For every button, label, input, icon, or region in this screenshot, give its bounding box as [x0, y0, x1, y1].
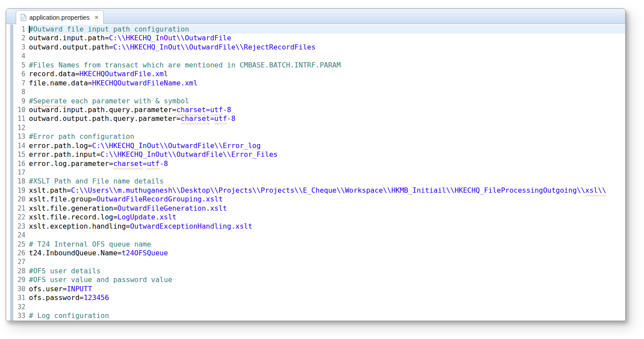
line-content: # T24 Internal OFS queue name	[28, 240, 625, 249]
line-content: outward.input.path=C:\\HKECHQ_InOut\\Out…	[28, 34, 625, 42]
annotation-ruler	[6, 25, 10, 321]
tab-close-icon[interactable]: ✕	[94, 14, 99, 21]
code-line: 32	[13, 303, 625, 311]
line-number: 22	[13, 213, 28, 222]
ruler-bar	[10, 25, 13, 321]
line-number: 33	[13, 311, 28, 320]
code-line: 17	[13, 168, 625, 177]
code-line: 1#Outward file input path configuration	[13, 25, 625, 34]
line-number: 1	[13, 25, 28, 34]
line-number: 12	[13, 124, 28, 132]
line-content: #Outward file input path configuration	[28, 25, 625, 34]
code-line: 13#Error path configuration	[13, 132, 625, 141]
code-line: 9#Seperate each parameter with & symbol	[13, 97, 625, 106]
line-number: 4	[13, 52, 28, 60]
line-number: 16	[13, 159, 28, 168]
line-content	[28, 88, 625, 96]
editor-tab-bar: application.properties ✕	[6, 9, 625, 24]
line-number: 7	[13, 79, 28, 88]
line-number: 27	[13, 258, 28, 266]
code-line: 2outward.input.path=C:\\HKECHQ_InOut\\Ou…	[13, 34, 625, 42]
code-line: 18#XSLT Path and File name details	[13, 177, 625, 186]
line-number: 32	[13, 303, 28, 311]
code-line: 10outward.input.path.query.parameter=cha…	[13, 106, 625, 114]
line-number: 24	[13, 231, 28, 240]
line-number: 13	[13, 132, 28, 141]
line-number: 8	[13, 88, 28, 96]
code-line: 25# T24 Internal OFS queue name	[13, 240, 625, 249]
code-line: 4	[13, 52, 625, 60]
code-line: 8	[13, 88, 625, 96]
line-content: t24.InboundQueue.Name=t24OFSQueue	[28, 249, 625, 258]
line-content	[28, 124, 625, 132]
line-number: 10	[13, 106, 28, 114]
code-line: 26t24.InboundQueue.Name=t24OFSQueue	[13, 249, 625, 258]
line-number: 2	[13, 34, 28, 42]
line-content: outward.output.path.query.parameter=char…	[28, 114, 625, 123]
line-content	[28, 258, 625, 266]
line-number: 5	[13, 61, 28, 70]
line-content: error.log.parameter=charset=utf-8	[28, 159, 625, 168]
code-line: 23xslt.exception.handling=OutwardExcepti…	[13, 222, 625, 231]
line-number: 11	[13, 114, 28, 123]
code-line: 3outward.output.path=C:\\HKECHQ_InOut\\O…	[13, 43, 625, 52]
line-number: 15	[13, 150, 28, 159]
code-line: 15error.path.input=C:\\HKECHQ_InOut\\Out…	[13, 150, 625, 159]
line-content: error.path.log=C:\\HKECHQ_InOut\\Outward…	[28, 141, 625, 150]
line-number: 14	[13, 141, 28, 150]
line-content: #OFS user value and password value	[28, 275, 625, 284]
line-content: # Log configuration	[28, 311, 625, 320]
code-line: 19xslt.path=C:\\Users\\m.muthuganesh\\De…	[13, 186, 625, 195]
tab-application-properties[interactable]: application.properties ✕	[16, 10, 104, 24]
code-line: 21xslt.file.generation=OutwardFileGenera…	[13, 204, 625, 213]
code-lines: 1#Outward file input path configuration2…	[13, 25, 625, 321]
line-content: #OFS user details	[28, 267, 625, 275]
line-content: #Error path configuration	[28, 132, 625, 141]
code-line: 14error.path.log=C:\\HKECHQ_InOut\\Outwa…	[13, 141, 625, 150]
line-content: #XSLT Path and File name details	[28, 177, 625, 186]
line-content: record.data=HKECHQOutwardFile.xml	[28, 70, 625, 78]
code-line: 16error.log.parameter=charset=utf-8	[13, 159, 625, 168]
line-content	[28, 303, 625, 311]
line-number: 19	[13, 186, 28, 195]
line-content: #Files Names from transact which are men…	[28, 61, 625, 70]
line-number: 23	[13, 222, 28, 231]
line-number: 29	[13, 275, 28, 284]
line-content: xslt.file.group=OutwardFileRecordGroupin…	[28, 195, 625, 204]
line-content: error.path.input=C:\\HKECHQ_InOut\\Outwa…	[28, 150, 625, 159]
line-number: 9	[13, 97, 28, 106]
code-line: 28#OFS user details	[13, 267, 625, 275]
code-line: 20xslt.file.group=OutwardFileRecordGroup…	[13, 195, 625, 204]
code-line: 27	[13, 258, 625, 266]
line-number: 6	[13, 70, 28, 78]
line-number: 28	[13, 267, 28, 275]
code-line: 33# Log configuration	[13, 311, 625, 320]
line-content: file.name.data=HKECHQOutwardFileName.xml	[28, 79, 625, 88]
line-number: 17	[13, 168, 28, 177]
code-line: 7file.name.data=HKECHQOutwardFileName.xm…	[13, 79, 625, 88]
code-line: 24	[13, 231, 625, 240]
line-content: #Seperate each parameter with & symbol	[28, 97, 625, 106]
line-content: xslt.path=C:\\Users\\m.muthuganesh\\Desk…	[28, 186, 625, 195]
line-content	[28, 168, 625, 177]
line-number: 18	[13, 177, 28, 186]
line-content: outward.output.path=C:\\HKECHQ_InOut\\Ou…	[28, 43, 625, 52]
line-content: ofs.user=INPUTT	[28, 285, 625, 293]
line-content: ofs.password=123456	[28, 293, 625, 302]
line-number: 30	[13, 285, 28, 293]
code-editor[interactable]: 1#Outward file input path configuration2…	[6, 25, 625, 321]
code-line: 22xslt.file.record.log=LogUpdate.xslt	[13, 213, 625, 222]
line-content: outward.input.path.query.parameter=chars…	[28, 106, 625, 114]
code-line: 29#OFS user value and password value	[13, 275, 625, 284]
properties-file-icon	[21, 14, 26, 21]
line-number: 3	[13, 43, 28, 52]
line-content	[28, 231, 625, 240]
code-line: 30ofs.user=INPUTT	[13, 285, 625, 293]
line-content: xslt.file.record.log=LogUpdate.xslt	[28, 213, 625, 222]
code-line: 11outward.output.path.query.parameter=ch…	[13, 114, 625, 123]
tab-label: application.properties	[29, 14, 90, 21]
line-content	[28, 52, 625, 60]
code-line: 12	[13, 124, 625, 132]
line-content: xslt.exception.handling=OutwardException…	[28, 222, 625, 231]
code-line: 6record.data=HKECHQOutwardFile.xml	[13, 70, 625, 78]
